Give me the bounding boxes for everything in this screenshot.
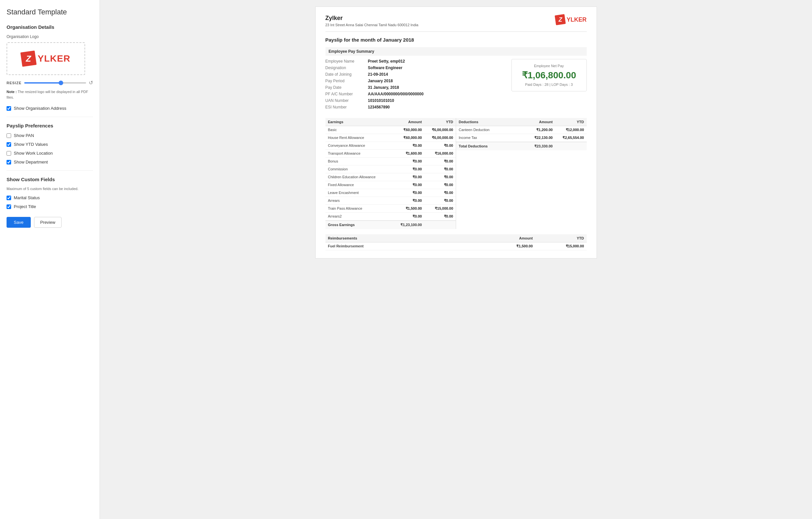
earning-row-conveyance: Conveyance Allowance ₹0.00 ₹0.00 xyxy=(325,142,456,150)
earning-row-commission: Commission ₹0.00 ₹0.00 xyxy=(325,165,456,173)
logo-text: YLKER xyxy=(38,53,70,64)
emp-field-esi: ESI Number 1234567890 xyxy=(325,105,505,109)
company-address: 23 Int Street Anna Salai Chennai Tamil N… xyxy=(325,23,418,27)
save-button[interactable]: Save xyxy=(6,217,31,228)
show-pan-row: Show PAN xyxy=(6,133,93,138)
emp-field-payperiod: Pay Period January 2018 xyxy=(325,79,505,83)
show-work-location-row: Show Work Location xyxy=(6,151,93,156)
org-logo-label: Organisation Logo xyxy=(6,34,93,39)
reimbursements-section: Reimbursements Amount YTD Fuel Reimburse… xyxy=(325,234,587,250)
deductions-header: Deductions Amount YTD xyxy=(456,118,587,126)
show-org-address-row: Show Organisation Address xyxy=(6,106,93,111)
action-buttons: Save Preview xyxy=(6,217,93,228)
earning-row-arrears2: Arrears2 ₹0.00 ₹0.00 xyxy=(325,213,456,220)
payslip-section-title: Payslip Preferences xyxy=(6,123,93,129)
earnings-header: Earnings Amount YTD xyxy=(325,118,456,126)
resize-note: Note : The resized logo will be displaye… xyxy=(6,89,93,100)
earning-row-transport: Transport Allowance ₹1,600.00 ₹16,000.00 xyxy=(325,150,456,158)
show-pan-checkbox[interactable] xyxy=(6,133,11,138)
deduction-row-incometax: Income Tax ₹22,130.00 ₹2,65,554.00 xyxy=(456,134,587,142)
deductions-section: Deductions Amount YTD Canteen Deduction … xyxy=(456,118,587,229)
payslip-card: Zylker 23 Int Street Anna Salai Chennai … xyxy=(315,6,597,258)
emp-field-paydate: Pay Date 31 January, 2018 xyxy=(325,85,505,90)
earnings-deductions: Earnings Amount YTD Basic ₹60,000.00 ₹6,… xyxy=(325,118,587,229)
show-work-location-label[interactable]: Show Work Location xyxy=(14,151,53,156)
marital-status-label[interactable]: Marital Status xyxy=(14,195,39,200)
payslip-logo-z: Z xyxy=(555,14,566,25)
logo-z-box: Z xyxy=(20,51,37,67)
resize-row: RESIZE ↺ xyxy=(6,80,93,86)
payslip-header: Zylker 23 Int Street Anna Salai Chennai … xyxy=(325,15,587,32)
emp-field-name: Employee Name Preet Setty, emp012 xyxy=(325,59,505,63)
net-pay-label: Employee Net Pay xyxy=(517,64,581,68)
marital-status-checkbox[interactable] xyxy=(6,196,11,200)
marital-status-row: Marital Status xyxy=(6,195,93,200)
left-panel: Standard Template Organisation Details O… xyxy=(0,0,100,519)
custom-fields-desc: Maximum of 5 custom fields can be includ… xyxy=(6,187,93,191)
show-work-location-checkbox[interactable] xyxy=(6,151,11,156)
show-ytd-label[interactable]: Show YTD Values xyxy=(14,142,48,147)
emp-summary-header: Employee Pay Summary xyxy=(325,47,587,56)
earning-row-leave: Leave Encashment ₹0.00 ₹0.00 xyxy=(325,189,456,197)
emp-field-designation: Designation Software Engineer xyxy=(325,65,505,70)
net-pay-days: Paid Days : 28 | LOP Days : 3 xyxy=(517,83,581,86)
refresh-icon[interactable]: ↺ xyxy=(89,80,93,86)
deduction-row-canteen: Canteen Deduction ₹1,200.00 ₹12,000.00 xyxy=(456,126,587,134)
project-title-label[interactable]: Project Title xyxy=(14,204,36,209)
reimb-row-fuel: Fuel Reimbursement ₹1,500.00 ₹15,000.00 xyxy=(325,243,587,250)
org-logo: Z YLKER xyxy=(21,51,70,66)
earning-row-cea: Children Education Allowance ₹0.00 ₹0.00 xyxy=(325,173,456,181)
emp-field-pf: PF A/C Number AA/AAA/0000000/000/0000000 xyxy=(325,92,505,96)
project-title-row: Project Title xyxy=(6,204,93,209)
show-ytd-checkbox[interactable] xyxy=(6,142,11,147)
company-name: Zylker xyxy=(325,15,418,22)
emp-field-uan: UAN Number 101010101010 xyxy=(325,98,505,103)
show-org-address-checkbox[interactable] xyxy=(6,106,11,111)
earning-row-fixed: Fixed Allowance ₹0.00 ₹0.00 xyxy=(325,181,456,189)
show-pan-label[interactable]: Show PAN xyxy=(14,133,34,138)
show-department-row: Show Department xyxy=(6,160,93,164)
payslip-logo-text: YLKER xyxy=(567,17,586,23)
net-pay-box: Employee Net Pay ₹1,06,800.00 Paid Days … xyxy=(512,59,587,91)
emp-fields: Employee Name Preet Setty, emp012 Design… xyxy=(325,59,505,111)
show-department-label[interactable]: Show Department xyxy=(14,160,48,164)
show-ytd-row: Show YTD Values xyxy=(6,142,93,147)
earning-row-trainpass: Train Pass Allowance ₹1,500.00 ₹15,000.0… xyxy=(325,205,456,213)
preview-button[interactable]: Preview xyxy=(34,217,62,228)
total-deductions-row: Total Deductions ₹23,330.00 xyxy=(456,142,587,151)
earning-row-arrears: Arrears ₹0.00 ₹0.00 xyxy=(325,197,456,205)
project-title-checkbox[interactable] xyxy=(6,204,11,209)
earning-row-bonus: Bonus ₹0.00 ₹0.00 xyxy=(325,158,456,165)
earning-row-hra: House Rent Allowance ₹60,000.00 ₹6,00,00… xyxy=(325,134,456,142)
resize-label: RESIZE xyxy=(6,81,22,85)
show-department-checkbox[interactable] xyxy=(6,160,11,164)
right-panel: Zylker 23 Int Street Anna Salai Chennai … xyxy=(100,0,812,519)
resize-slider[interactable] xyxy=(24,82,86,84)
reimb-header: Reimbursements Amount YTD xyxy=(325,234,587,243)
emp-summary-block: Employee Name Preet Setty, emp012 Design… xyxy=(325,59,587,111)
emp-field-doj: Date of Joining 21-09-2014 xyxy=(325,72,505,77)
show-org-address-label[interactable]: Show Organisation Address xyxy=(14,106,66,111)
payslip-title: Payslip for the month of January 2018 xyxy=(325,37,587,43)
earnings-section: Earnings Amount YTD Basic ₹60,000.00 ₹6,… xyxy=(325,118,456,229)
gross-earnings-row: Gross Earnings ₹1,23,100.00 xyxy=(325,220,456,229)
custom-fields-title: Show Custom Fields xyxy=(6,176,93,182)
logo-container: Z YLKER xyxy=(6,42,85,75)
earning-row-basic: Basic ₹60,000.00 ₹6,00,000.00 xyxy=(325,126,456,134)
payslip-logo: Z YLKER xyxy=(555,15,586,25)
company-info: Zylker 23 Int Street Anna Salai Chennai … xyxy=(325,15,418,27)
org-section-title: Organisation Details xyxy=(6,24,93,30)
net-pay-amount: ₹1,06,800.00 xyxy=(517,70,581,81)
page-title: Standard Template xyxy=(6,8,93,17)
